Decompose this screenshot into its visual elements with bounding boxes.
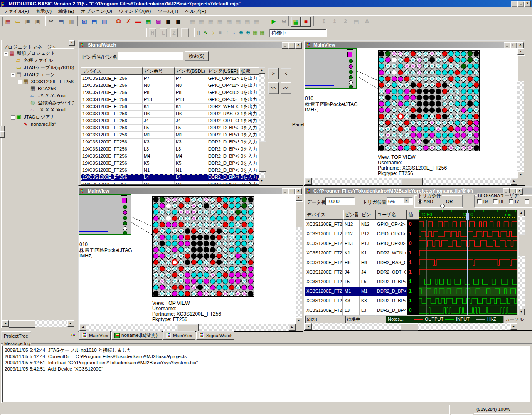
jla-table-row[interactable]: XC3S1200E_FT256K1K1DDR2_WEN_OP bbox=[305, 248, 419, 258]
bga-ball[interactable] bbox=[392, 89, 397, 94]
bga-ball[interactable] bbox=[429, 126, 434, 131]
bga-ball[interactable] bbox=[166, 216, 171, 221]
bga-ball[interactable] bbox=[429, 57, 434, 62]
bga-ball[interactable] bbox=[229, 203, 234, 208]
notes-label[interactable]: Notes... bbox=[388, 316, 404, 321]
bga-ball[interactable] bbox=[172, 260, 177, 265]
toolbar-grip[interactable] bbox=[146, 28, 148, 37]
bga-ball[interactable] bbox=[448, 133, 453, 138]
paste-icon[interactable]: ▥ bbox=[66, 17, 76, 26]
bga-ball[interactable] bbox=[468, 51, 473, 56]
bga-ball[interactable] bbox=[197, 241, 202, 246]
move-all-right-button[interactable]: >> bbox=[268, 82, 279, 94]
bga-ball[interactable] bbox=[468, 70, 473, 75]
bga-ball[interactable] bbox=[442, 114, 447, 119]
bga-ball[interactable] bbox=[474, 133, 479, 138]
bga-ball[interactable] bbox=[392, 76, 397, 81]
bga-ball[interactable] bbox=[210, 235, 215, 240]
bga-ball[interactable] bbox=[242, 235, 247, 240]
bga-ball[interactable] bbox=[379, 70, 384, 75]
jtag-reset-icon[interactable]: ▬ bbox=[134, 17, 143, 26]
bga-ball[interactable] bbox=[468, 139, 473, 144]
bga-ball[interactable] bbox=[248, 260, 253, 265]
scroll-down-icon[interactable]: ↓ bbox=[231, 28, 237, 37]
bga-ball[interactable] bbox=[217, 260, 222, 265]
bga-ball[interactable] bbox=[411, 133, 416, 138]
bga-ball[interactable] bbox=[229, 272, 234, 277]
message-log-box[interactable]: 2009/11/05 5:42:44 JTAGケーブル np1010 と接続しま… bbox=[2, 346, 530, 402]
bga-ball[interactable] bbox=[455, 57, 460, 62]
bga-ball[interactable] bbox=[185, 285, 190, 290]
bga-ball[interactable] bbox=[429, 95, 434, 100]
bga-ball[interactable] bbox=[210, 228, 215, 233]
jla-vscrollbar-track[interactable] bbox=[518, 210, 525, 315]
bga-ball[interactable] bbox=[404, 120, 409, 125]
bga-ball[interactable] bbox=[474, 64, 479, 69]
bga-ball[interactable] bbox=[468, 114, 473, 119]
bga-ball[interactable] bbox=[223, 222, 228, 227]
table-row[interactable]: 1:XC3S1200E_FT256H6H6DDR2_RAS_OP1を出力 bbox=[81, 110, 259, 117]
bga-ball[interactable] bbox=[436, 70, 441, 75]
bga-ball[interactable] bbox=[448, 76, 453, 81]
bga-ball[interactable] bbox=[385, 101, 390, 106]
bga-ball[interactable] bbox=[436, 139, 441, 144]
bga-ball[interactable] bbox=[448, 139, 453, 144]
bga-ball[interactable] bbox=[392, 82, 397, 87]
trigger-lamp-icon[interactable]: ☼ bbox=[209, 28, 216, 37]
bga-ball[interactable] bbox=[423, 108, 428, 113]
bga-ball[interactable] bbox=[235, 272, 240, 277]
jla-table-row[interactable]: XC3S1200E_FT256L3L3DDR2_D_BP<4> bbox=[305, 306, 419, 315]
app-minimize-button[interactable]: _ bbox=[511, 1, 517, 7]
device-slot-8-icon[interactable]: ▦ bbox=[252, 17, 261, 26]
bga-ball[interactable] bbox=[417, 89, 422, 94]
bga-ball[interactable] bbox=[235, 216, 240, 221]
download-icon[interactable]: ↧ bbox=[319, 17, 328, 26]
cut-icon[interactable]: ✂ bbox=[47, 17, 56, 26]
bga-ball[interactable] bbox=[398, 70, 403, 75]
bga-ball[interactable] bbox=[436, 108, 441, 113]
bga-ball[interactable] bbox=[160, 266, 165, 271]
bga-ball[interactable] bbox=[468, 57, 473, 62]
menu-item-6[interactable]: ツール(T) bbox=[154, 7, 182, 15]
bga-ball[interactable] bbox=[248, 222, 253, 227]
tab-mainview[interactable]: MainView bbox=[79, 331, 111, 340]
bga-ball[interactable] bbox=[468, 76, 473, 81]
bga-ball[interactable] bbox=[455, 70, 460, 75]
bga-ball[interactable] bbox=[185, 260, 190, 265]
device-slot-3-icon[interactable]: ▦ bbox=[206, 17, 215, 26]
bga-ball[interactable] bbox=[217, 285, 222, 290]
bga-ball[interactable] bbox=[242, 247, 247, 252]
bga-ball[interactable] bbox=[248, 279, 253, 284]
bga-ball[interactable] bbox=[468, 89, 473, 94]
bga-ball[interactable] bbox=[404, 76, 409, 81]
run-icon[interactable]: ▶ bbox=[269, 17, 278, 26]
hold-z-icon[interactable]: Z bbox=[170, 28, 178, 37]
table-row[interactable]: 1:XC3S1200E_FT256N1N1DDR2_D_BP<1>0を入力 bbox=[81, 167, 259, 174]
tile-horizontal-icon[interactable]: ▤ bbox=[90, 17, 99, 26]
bga-ball[interactable] bbox=[229, 216, 234, 221]
project-tree-hscrollbar[interactable]: ◄► bbox=[2, 320, 74, 327]
bga-ball[interactable] bbox=[442, 82, 447, 87]
bga-ball[interactable] bbox=[442, 51, 447, 56]
bga-ball[interactable] bbox=[191, 254, 196, 259]
app-maximize-button[interactable]: □ bbox=[517, 1, 524, 7]
bga-ball[interactable] bbox=[179, 285, 184, 290]
bga-ball[interactable] bbox=[436, 95, 441, 100]
bga-ball[interactable] bbox=[210, 247, 215, 252]
table-row[interactable]: 1:XC3S1200E_FT256P7P7GPIO_OP<12>1を出力 bbox=[81, 75, 259, 82]
bga-ball[interactable] bbox=[229, 279, 234, 284]
bga-ball[interactable] bbox=[417, 133, 422, 138]
column-header-4[interactable]: ピン名(USER) bbox=[207, 67, 239, 75]
bga-ball[interactable] bbox=[448, 51, 453, 56]
bga-ball[interactable] bbox=[172, 285, 177, 290]
bga-ball[interactable] bbox=[248, 291, 253, 296]
bga-ball[interactable] bbox=[468, 108, 473, 113]
jla-hscrollbar-thumb[interactable] bbox=[401, 323, 418, 331]
bga-ball[interactable] bbox=[474, 89, 479, 94]
bga-ball[interactable] bbox=[242, 216, 247, 221]
bga-ball[interactable] bbox=[204, 279, 209, 284]
bga-ball[interactable] bbox=[223, 203, 228, 208]
bga-ball[interactable] bbox=[461, 126, 466, 131]
jla-table-row[interactable]: XC3S1200E_FT256L5L5DDR2_D_BP<7> bbox=[305, 277, 419, 287]
tree-hscrollbar-thumb[interactable] bbox=[9, 320, 35, 328]
